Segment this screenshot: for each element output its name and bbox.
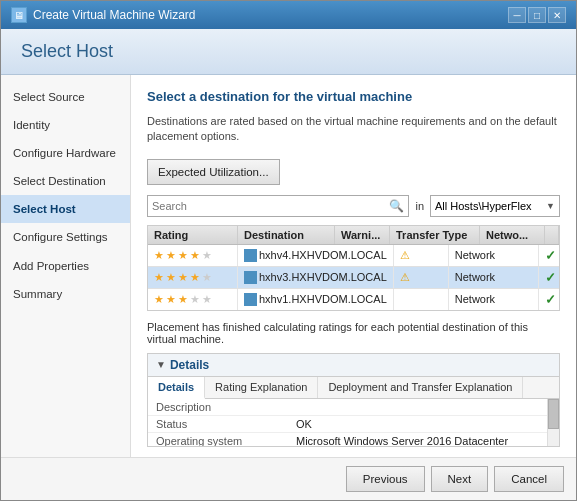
network-cell: ✓ <box>539 289 560 310</box>
star-icon: ★ <box>190 249 200 262</box>
in-label: in <box>415 200 424 212</box>
warning-cell <box>394 289 449 310</box>
location-dropdown[interactable]: All Hosts\HyperFlex ▼ <box>430 195 560 217</box>
warning-cell: ⚠ <box>394 267 449 288</box>
window-title: Create Virtual Machine Wizard <box>33 8 196 22</box>
hosts-table: Rating Destination Warni... Transfer Typ… <box>147 225 560 311</box>
check-icon: ✓ <box>545 292 556 307</box>
star-icon: ★ <box>178 293 188 306</box>
main-panel: Select a destination for the virtual mac… <box>131 75 576 457</box>
detail-row: Status OK <box>148 416 547 433</box>
page-title: Select Host <box>21 41 556 62</box>
search-input[interactable] <box>152 200 389 212</box>
app-icon: 🖥 <box>11 7 27 23</box>
star-empty-icon: ★ <box>202 249 212 262</box>
next-button[interactable]: Next <box>431 466 489 492</box>
expected-utilization-button[interactable]: Expected Utilization... <box>147 159 280 185</box>
title-bar-left: 🖥 Create Virtual Machine Wizard <box>11 7 196 23</box>
placement-message: Placement has finished calculating ratin… <box>147 321 560 345</box>
close-button[interactable]: ✕ <box>548 7 566 23</box>
rating-cell: ★ ★ ★ ★ ★ <box>148 267 238 288</box>
tab-rating-explanation[interactable]: Rating Explanation <box>205 377 318 398</box>
sidebar-item-select-destination[interactable]: Select Destination <box>1 167 130 195</box>
sidebar-item-select-source[interactable]: Select Source <box>1 83 130 111</box>
title-bar-controls: ─ □ ✕ <box>508 7 566 23</box>
details-tabs: Details Rating Explanation Deployment an… <box>148 377 559 399</box>
sidebar-item-select-host[interactable]: Select Host <box>1 195 130 223</box>
col-warning: Warni... <box>335 226 390 244</box>
destination-cell: hxhv3.HXHVDOM.LOCAL <box>238 267 394 288</box>
col-rating: Rating <box>148 226 238 244</box>
destination-cell: hxhv1.HXHVDOM.LOCAL <box>238 289 394 310</box>
search-input-wrap[interactable]: 🔍 <box>147 195 409 217</box>
details-header[interactable]: ▼ Details <box>148 354 559 377</box>
star-empty-icon: ★ <box>190 293 200 306</box>
collapse-icon: ▼ <box>156 359 166 370</box>
detail-row: Description <box>148 399 547 416</box>
host-icon <box>244 249 257 262</box>
detail-label-os: Operating system <box>156 435 296 446</box>
sidebar-item-summary[interactable]: Summary <box>1 280 130 308</box>
tab-details[interactable]: Details <box>148 377 205 399</box>
check-icon: ✓ <box>545 248 556 263</box>
network-cell: ✓ <box>539 245 560 266</box>
star-icon: ★ <box>190 271 200 284</box>
detail-row: Operating system Microsoft Windows Serve… <box>148 433 547 446</box>
dropdown-value: All Hosts\HyperFlex <box>435 200 532 212</box>
details-content: Description Status OK Operating system M… <box>148 399 559 446</box>
title-bar: 🖥 Create Virtual Machine Wizard ─ □ ✕ <box>1 1 576 29</box>
detail-label-description: Description <box>156 401 296 413</box>
warning-cell: ⚠ <box>394 245 449 266</box>
detail-label-status: Status <box>156 418 296 430</box>
main-subtitle: Destinations are rated based on the virt… <box>147 114 560 145</box>
table-row[interactable]: ★ ★ ★ ★ ★ hxhv4.HXHVDOM.LOCAL ⚠ Network <box>148 245 559 267</box>
star-icon: ★ <box>178 271 188 284</box>
star-icon: ★ <box>154 271 164 284</box>
sidebar-item-configure-settings[interactable]: Configure Settings <box>1 223 130 251</box>
col-transfer-type: Transfer Type <box>390 226 480 244</box>
col-destination: Destination <box>238 226 335 244</box>
tab-deployment-transfer[interactable]: Deployment and Transfer Explanation <box>318 377 523 398</box>
star-icon: ★ <box>166 249 176 262</box>
network-cell: ✓ <box>539 267 560 288</box>
destination-name: hxhv1.HXHVDOM.LOCAL <box>259 293 387 305</box>
details-table: Description Status OK Operating system M… <box>148 399 547 446</box>
transfer-type-cell: Network <box>449 267 539 288</box>
col-network: Netwo... <box>480 226 545 244</box>
detail-value-os: Microsoft Windows Server 2016 Datacenter <box>296 435 508 446</box>
details-scrollbar[interactable] <box>547 399 559 446</box>
search-bar: 🔍 in All Hosts\HyperFlex ▼ <box>147 195 560 217</box>
warning-icon: ⚠ <box>400 271 410 284</box>
transfer-type-cell: Network <box>449 289 539 310</box>
table-row[interactable]: ★ ★ ★ ★ ★ hxhv1.HXHVDOM.LOCAL Network ✓ <box>148 289 559 310</box>
search-icon: 🔍 <box>389 199 404 213</box>
cancel-button[interactable]: Cancel <box>494 466 564 492</box>
rating-cell: ★ ★ ★ ★ ★ <box>148 245 238 266</box>
destination-cell: hxhv4.HXHVDOM.LOCAL <box>238 245 394 266</box>
sidebar-item-configure-hardware[interactable]: Configure Hardware <box>1 139 130 167</box>
transfer-type-cell: Network <box>449 245 539 266</box>
col-scroll <box>545 226 559 244</box>
host-icon <box>244 293 257 306</box>
sidebar-item-identity[interactable]: Identity <box>1 111 130 139</box>
window: 🖥 Create Virtual Machine Wizard ─ □ ✕ Se… <box>0 0 577 501</box>
star-empty-icon: ★ <box>202 271 212 284</box>
star-icon: ★ <box>178 249 188 262</box>
star-icon: ★ <box>166 293 176 306</box>
scrollbar-thumb[interactable] <box>548 399 559 429</box>
footer: Previous Next Cancel <box>1 457 576 500</box>
expected-utilization-btn-wrap: Expected Utilization... <box>147 159 560 185</box>
previous-button[interactable]: Previous <box>346 466 425 492</box>
table-row[interactable]: ★ ★ ★ ★ ★ hxhv3.HXHVDOM.LOCAL ⚠ Network <box>148 267 559 289</box>
chevron-down-icon: ▼ <box>546 201 555 211</box>
check-icon: ✓ <box>545 270 556 285</box>
sidebar-item-add-properties[interactable]: Add Properties <box>1 252 130 280</box>
maximize-button[interactable]: □ <box>528 7 546 23</box>
star-icon: ★ <box>154 249 164 262</box>
minimize-button[interactable]: ─ <box>508 7 526 23</box>
star-icon: ★ <box>166 271 176 284</box>
detail-value-status: OK <box>296 418 312 430</box>
star-empty-icon: ★ <box>202 293 212 306</box>
destination-name: hxhv4.HXHVDOM.LOCAL <box>259 249 387 261</box>
star-icon: ★ <box>154 293 164 306</box>
